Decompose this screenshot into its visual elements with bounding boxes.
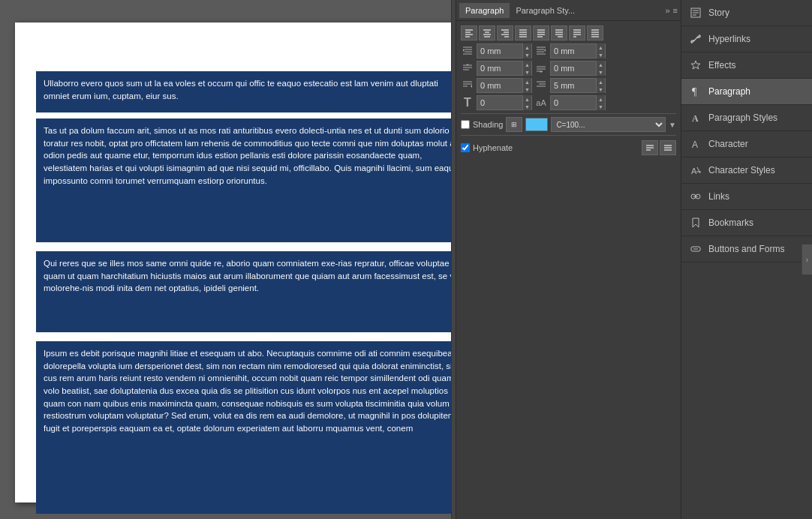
text-content-3: Qui reres que se illes mos same omni qui… [44,259,456,292]
space-after-input[interactable] [551,62,596,75]
drop-cap-chars-up[interactable]: ▲ [597,95,605,103]
character-styles-icon: A [689,164,702,177]
sidebar-item-effects[interactable]: Effects [681,52,812,79]
svg-text:¶: ¶ [692,86,697,98]
hyperlinks-icon [689,32,702,46]
panel-menu-button[interactable]: ≡ [673,6,678,15]
right-indent-up[interactable]: ▲ [597,44,605,51]
align-right-btn[interactable] [497,26,513,40]
space-after-down[interactable]: ▼ [597,68,605,76]
space-after-spinner[interactable]: ▲ ▼ [550,61,606,76]
text-block-1[interactable]: Ullaborro evero quos sum ut la ea voles … [36,71,456,112]
space-before-input[interactable] [477,62,522,75]
sidebar-item-character-styles[interactable]: A Character Styles [681,158,812,184]
text-block-2[interactable]: Tas ut pa dolum faccum arit, simos ut as… [36,118,456,242]
shading-color-dropdown[interactable]: C=100... [551,117,666,132]
hyphenate-btn-1[interactable] [642,140,658,155]
first-line-spinner[interactable]: ▲ ▼ [550,78,606,93]
right-indent-spinner[interactable]: ▲ ▼ [550,44,606,58]
space-after-icon [534,62,548,74]
justify-right-btn[interactable] [551,26,567,40]
svg-line-72 [697,167,700,173]
drop-cap-chars-spinner[interactable]: ▲ ▼ [550,95,606,110]
paragraph-styles-label: Paragraph Styles [708,112,777,123]
drop-cap-lines-down[interactable]: ▼ [523,103,531,110]
sidebar-item-paragraph[interactable]: ¶ Paragraph [681,79,812,105]
paragraph-panel-content: ▲ ▼ ▲ ▼ ▲ [456,21,681,519]
character-icon: A [689,137,702,151]
links-label: Links [708,191,729,202]
last-indent-spinner[interactable]: ▲ ▼ [477,78,532,93]
drop-cap-lines-spinner[interactable]: ▲ ▼ [477,95,532,110]
space-before-icon [461,62,474,74]
shading-label[interactable]: Shading [461,120,503,129]
shading-expand-icon: ▼ [669,121,676,129]
align-left-btn[interactable] [461,26,477,40]
left-indent-up[interactable]: ▲ [523,44,531,51]
justify-all-btn[interactable] [533,26,549,40]
last-indent-icon [461,80,474,92]
justify-btn[interactable] [515,26,531,40]
sidebar-item-links[interactable]: Links [681,184,812,210]
hyphenate-checkbox[interactable] [461,143,470,152]
last-indent-up[interactable]: ▲ [523,78,531,86]
svg-text:A: A [692,113,699,124]
justify-left-btn[interactable] [569,26,585,40]
align-last-btn[interactable] [587,26,603,40]
tab-paragraph[interactable]: Paragraph [459,3,510,18]
alignment-row-1 [461,26,676,40]
shading-color-swatch[interactable] [525,118,548,131]
drop-cap-lines-up[interactable]: ▲ [523,95,531,103]
hyphenate-buttons [642,140,676,155]
svg-marker-36 [463,49,465,52]
panel-more-button[interactable]: » [665,6,669,15]
character-label: Character [708,139,748,149]
bookmarks-icon [689,216,702,230]
shading-checkbox[interactable] [461,120,470,129]
text-block-4[interactable]: Ipsum es debit porisque magnihi litiae e… [36,341,456,514]
story-icon [689,6,702,20]
space-before-spinner[interactable]: ▲ ▼ [477,61,532,76]
left-indent-down[interactable]: ▼ [523,51,531,58]
sidebar-item-hyperlinks[interactable]: Hyperlinks [681,26,812,52]
shading-grid-button[interactable]: ⊞ [506,117,522,132]
page-canvas: Ullaborro evero quos sum ut la ea voles … [15,22,456,502]
left-indent-spinner[interactable]: ▲ ▼ [477,44,532,58]
paragraph-panel: Paragraph Paragraph Sty... » ≡ [456,0,681,519]
last-indent-down[interactable]: ▼ [523,86,531,93]
right-indent-down[interactable]: ▼ [597,51,605,58]
right-sidebar: Story Hyperlinks Effects ¶ Paragraph A P… [681,0,812,519]
hyphenate-label[interactable]: Hyphenate [461,143,513,152]
align-center-btn[interactable] [479,26,495,40]
hyphenate-btn-2[interactable] [660,140,676,155]
drop-cap-chars-arrows: ▲ ▼ [596,95,605,110]
space-before-arrows: ▲ ▼ [522,61,531,76]
bookmarks-label: Bookmarks [708,218,753,228]
shading-row: Shading ⊞ C=100... ▼ [461,117,676,132]
drop-cap-chars-input[interactable] [551,96,596,110]
space-after-up[interactable]: ▲ [597,61,605,68]
drop-cap-chars-down[interactable]: ▼ [597,103,605,110]
panel-tab-controls: » ≡ [665,6,678,15]
space-before-down[interactable]: ▼ [523,68,531,76]
text-block-3[interactable]: Qui reres que se illes mos same omni qui… [36,251,456,332]
left-indent-input[interactable] [477,44,522,58]
canvas-area: Ullaborro evero quos sum ut la ea voles … [0,0,456,519]
first-line-input[interactable] [551,79,596,92]
last-indent-input[interactable] [477,79,522,92]
first-line-up[interactable]: ▲ [597,78,605,86]
right-indent-input[interactable] [551,44,596,58]
space-before-up[interactable]: ▲ [523,61,531,68]
paragraph-label: Paragraph [708,86,750,97]
sidebar-item-character[interactable]: A Character [681,131,812,158]
first-line-down[interactable]: ▼ [597,86,605,93]
sidebar-expand-button[interactable]: › [801,244,812,274]
panel-divider-1 [461,113,676,114]
sidebar-item-paragraph-styles[interactable]: A Paragraph Styles [681,105,812,131]
sidebar-item-story[interactable]: Story [681,0,812,26]
sidebar-item-bookmarks[interactable]: Bookmarks [681,210,812,236]
tab-paragraph-styles[interactable]: Paragraph Sty... [510,3,581,18]
paragraph-styles-icon: A [689,111,702,124]
sidebar-item-buttons-forms[interactable]: Buttons and Forms [681,236,812,262]
drop-cap-lines-input[interactable] [477,96,522,110]
